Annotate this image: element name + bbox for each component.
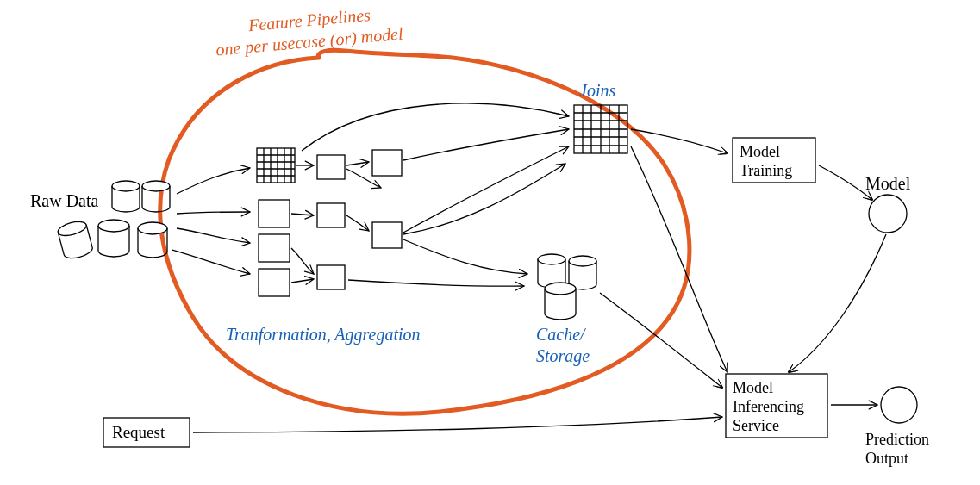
request-box: Request xyxy=(103,418,190,447)
joins-label: Joins xyxy=(579,81,615,100)
svg-text:Model
    Training: Model Training xyxy=(740,143,792,179)
raw-data-label: Raw Data xyxy=(30,191,99,210)
cache-label: Cache/ Storage xyxy=(536,325,590,366)
svg-rect-6 xyxy=(259,200,290,227)
grid-icon xyxy=(257,148,295,183)
model-training-box: Model Training xyxy=(733,138,815,183)
svg-point-0 xyxy=(112,181,140,191)
joins-grid-icon xyxy=(574,105,627,153)
svg-point-3 xyxy=(98,220,129,232)
svg-rect-9 xyxy=(317,155,345,179)
svg-rect-12 xyxy=(372,150,402,176)
svg-rect-11 xyxy=(317,265,345,289)
svg-rect-10 xyxy=(317,203,345,227)
prediction-label: Prediction Output xyxy=(865,431,933,467)
transform-col3 xyxy=(372,150,402,248)
transform-col2 xyxy=(317,155,345,289)
svg-rect-8 xyxy=(259,269,290,296)
svg-text:Request: Request xyxy=(112,423,165,441)
svg-rect-5 xyxy=(257,148,295,183)
svg-rect-7 xyxy=(259,234,290,262)
svg-rect-13 xyxy=(372,222,402,248)
transform-col1 xyxy=(257,148,295,296)
svg-point-1 xyxy=(142,181,170,191)
svg-point-4 xyxy=(138,222,167,234)
svg-point-15 xyxy=(538,254,565,264)
prediction-node xyxy=(881,387,917,423)
model-node xyxy=(869,195,907,233)
svg-point-17 xyxy=(545,283,576,295)
svg-point-2 xyxy=(56,219,87,238)
svg-point-16 xyxy=(569,256,596,266)
cache-cylinders xyxy=(538,254,596,320)
model-inferencing-box: Model Inferencing Service xyxy=(726,374,827,438)
model-label: Model xyxy=(865,174,911,193)
svg-text:Model
    Inferencing
    Serv: Model Inferencing Service xyxy=(733,379,808,434)
transformation-label: Tranformation, Aggregation xyxy=(226,325,421,345)
